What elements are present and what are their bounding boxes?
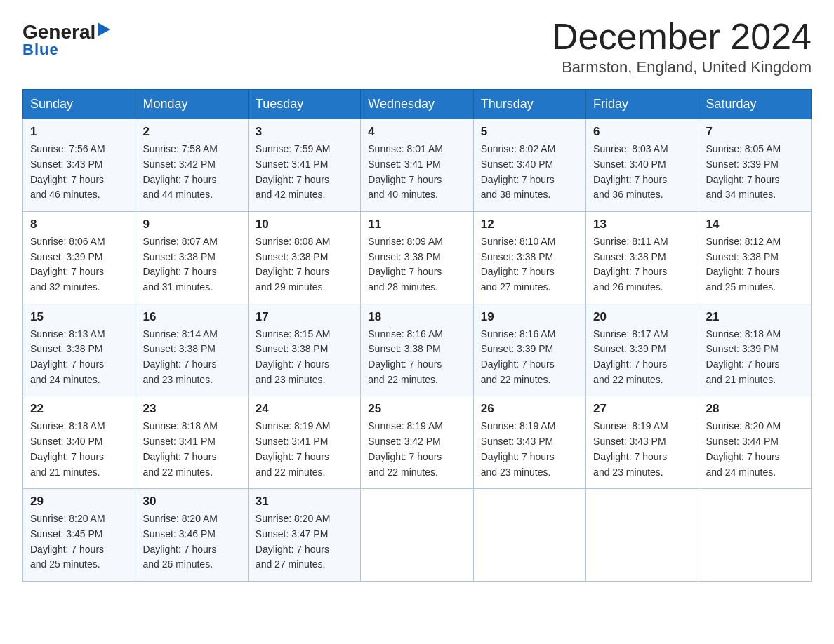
day-number: 12 [481, 217, 578, 232]
day-number: 28 [706, 402, 804, 416]
week-row-4: 22Sunrise: 8:18 AMSunset: 3:40 PMDayligh… [23, 396, 812, 489]
day-info: Sunrise: 8:10 AMSunset: 3:38 PMDaylight:… [481, 234, 578, 295]
calendar-cell: 15Sunrise: 8:13 AMSunset: 3:38 PMDayligh… [23, 304, 135, 396]
month-title: December 2024 [552, 17, 812, 57]
calendar-cell: 17Sunrise: 8:15 AMSunset: 3:38 PMDayligh… [248, 304, 360, 396]
day-info: Sunrise: 8:09 AMSunset: 3:38 PMDaylight:… [368, 234, 465, 295]
week-row-2: 8Sunrise: 8:06 AMSunset: 3:39 PMDaylight… [23, 211, 812, 304]
calendar-cell: 23Sunrise: 8:18 AMSunset: 3:41 PMDayligh… [135, 396, 248, 489]
day-number: 4 [368, 125, 465, 139]
calendar-cell: 2Sunrise: 7:58 AMSunset: 3:42 PMDaylight… [135, 119, 248, 212]
page: General Blue December 2024 Barmston, Eng… [0, 0, 834, 604]
day-number: 1 [30, 125, 128, 139]
day-info: Sunrise: 8:01 AMSunset: 3:41 PMDaylight:… [368, 142, 465, 203]
logo: General Blue [22, 22, 110, 59]
header: General Blue December 2024 Barmston, Eng… [22, 17, 812, 76]
day-info: Sunrise: 7:58 AMSunset: 3:42 PMDaylight:… [143, 142, 240, 203]
day-info: Sunrise: 8:08 AMSunset: 3:38 PMDaylight:… [256, 234, 353, 295]
logo-triangle-icon [98, 22, 110, 36]
logo-general: General [22, 22, 95, 42]
day-info: Sunrise: 8:16 AMSunset: 3:38 PMDaylight:… [368, 327, 465, 388]
weekday-header-wednesday: Wednesday [361, 90, 473, 119]
calendar-cell: 31Sunrise: 8:20 AMSunset: 3:47 PMDayligh… [248, 489, 360, 582]
weekday-header-thursday: Thursday [473, 90, 585, 119]
day-number: 30 [143, 495, 240, 509]
calendar-cell: 22Sunrise: 8:18 AMSunset: 3:40 PMDayligh… [23, 396, 135, 489]
week-row-1: 1Sunrise: 7:56 AMSunset: 3:43 PMDaylight… [23, 119, 812, 212]
day-info: Sunrise: 8:16 AMSunset: 3:39 PMDaylight:… [481, 327, 578, 388]
day-number: 14 [706, 217, 804, 232]
calendar-cell: 4Sunrise: 8:01 AMSunset: 3:41 PMDaylight… [361, 119, 473, 212]
day-info: Sunrise: 8:20 AMSunset: 3:47 PMDaylight:… [256, 511, 353, 572]
day-number: 2 [143, 125, 240, 139]
weekday-header-tuesday: Tuesday [248, 90, 360, 119]
calendar-cell: 8Sunrise: 8:06 AMSunset: 3:39 PMDaylight… [23, 211, 135, 304]
day-number: 15 [30, 310, 128, 324]
calendar-cell [699, 489, 811, 582]
calendar-cell: 19Sunrise: 8:16 AMSunset: 3:39 PMDayligh… [473, 304, 585, 396]
day-number: 22 [30, 402, 128, 416]
calendar-cell: 27Sunrise: 8:19 AMSunset: 3:43 PMDayligh… [586, 396, 699, 489]
calendar-cell: 18Sunrise: 8:16 AMSunset: 3:38 PMDayligh… [361, 304, 473, 396]
day-info: Sunrise: 8:20 AMSunset: 3:44 PMDaylight:… [706, 419, 804, 480]
calendar-cell [473, 489, 585, 582]
day-info: Sunrise: 8:19 AMSunset: 3:43 PMDaylight:… [593, 419, 691, 480]
day-number: 9 [143, 217, 240, 232]
day-info: Sunrise: 8:19 AMSunset: 3:42 PMDaylight:… [368, 419, 465, 480]
day-info: Sunrise: 8:18 AMSunset: 3:39 PMDaylight:… [706, 327, 804, 388]
day-number: 16 [143, 310, 240, 324]
day-info: Sunrise: 8:14 AMSunset: 3:38 PMDaylight:… [143, 327, 240, 388]
day-info: Sunrise: 8:20 AMSunset: 3:46 PMDaylight:… [143, 511, 240, 572]
title-block: December 2024 Barmston, England, United … [552, 17, 812, 76]
weekday-header-saturday: Saturday [699, 90, 811, 119]
day-number: 20 [593, 310, 691, 324]
calendar-cell: 14Sunrise: 8:12 AMSunset: 3:38 PMDayligh… [699, 211, 811, 304]
day-info: Sunrise: 8:07 AMSunset: 3:38 PMDaylight:… [143, 234, 240, 295]
calendar-cell: 7Sunrise: 8:05 AMSunset: 3:39 PMDaylight… [699, 119, 811, 212]
calendar-cell: 21Sunrise: 8:18 AMSunset: 3:39 PMDayligh… [699, 304, 811, 396]
day-number: 5 [481, 125, 578, 139]
week-row-3: 15Sunrise: 8:13 AMSunset: 3:38 PMDayligh… [23, 304, 812, 396]
day-info: Sunrise: 8:17 AMSunset: 3:39 PMDaylight:… [593, 327, 691, 388]
week-row-5: 29Sunrise: 8:20 AMSunset: 3:45 PMDayligh… [23, 489, 812, 582]
day-info: Sunrise: 8:06 AMSunset: 3:39 PMDaylight:… [30, 234, 128, 295]
calendar-cell: 13Sunrise: 8:11 AMSunset: 3:38 PMDayligh… [586, 211, 699, 304]
day-number: 25 [368, 402, 465, 416]
day-number: 23 [143, 402, 240, 416]
day-info: Sunrise: 8:18 AMSunset: 3:41 PMDaylight:… [143, 419, 240, 480]
calendar-cell: 24Sunrise: 8:19 AMSunset: 3:41 PMDayligh… [248, 396, 360, 489]
calendar-cell [361, 489, 473, 582]
day-number: 19 [481, 310, 578, 324]
day-number: 11 [368, 217, 465, 232]
day-info: Sunrise: 8:03 AMSunset: 3:40 PMDaylight:… [593, 142, 691, 203]
weekday-header-monday: Monday [135, 90, 248, 119]
day-number: 13 [593, 217, 691, 232]
day-info: Sunrise: 8:20 AMSunset: 3:45 PMDaylight:… [30, 511, 128, 572]
calendar-cell: 30Sunrise: 8:20 AMSunset: 3:46 PMDayligh… [135, 489, 248, 582]
calendar-cell: 12Sunrise: 8:10 AMSunset: 3:38 PMDayligh… [473, 211, 585, 304]
calendar-cell: 26Sunrise: 8:19 AMSunset: 3:43 PMDayligh… [473, 396, 585, 489]
calendar-cell: 28Sunrise: 8:20 AMSunset: 3:44 PMDayligh… [699, 396, 811, 489]
day-number: 26 [481, 402, 578, 416]
calendar-cell: 11Sunrise: 8:09 AMSunset: 3:38 PMDayligh… [361, 211, 473, 304]
day-number: 3 [256, 125, 353, 139]
calendar-cell: 9Sunrise: 8:07 AMSunset: 3:38 PMDaylight… [135, 211, 248, 304]
calendar-cell: 1Sunrise: 7:56 AMSunset: 3:43 PMDaylight… [23, 119, 135, 212]
weekday-header-row: SundayMondayTuesdayWednesdayThursdayFrid… [23, 90, 812, 119]
day-info: Sunrise: 8:05 AMSunset: 3:39 PMDaylight:… [706, 142, 804, 203]
day-number: 7 [706, 125, 804, 139]
svg-marker-0 [98, 22, 110, 36]
calendar-cell: 16Sunrise: 8:14 AMSunset: 3:38 PMDayligh… [135, 304, 248, 396]
day-number: 24 [256, 402, 353, 416]
day-info: Sunrise: 8:18 AMSunset: 3:40 PMDaylight:… [30, 419, 128, 480]
weekday-header-sunday: Sunday [23, 90, 135, 119]
day-number: 10 [256, 217, 353, 232]
calendar-cell: 6Sunrise: 8:03 AMSunset: 3:40 PMDaylight… [586, 119, 699, 212]
day-number: 18 [368, 310, 465, 324]
day-number: 6 [593, 125, 691, 139]
day-info: Sunrise: 8:19 AMSunset: 3:41 PMDaylight:… [256, 419, 353, 480]
day-info: Sunrise: 8:15 AMSunset: 3:38 PMDaylight:… [256, 327, 353, 388]
calendar-cell: 25Sunrise: 8:19 AMSunset: 3:42 PMDayligh… [361, 396, 473, 489]
calendar-cell: 20Sunrise: 8:17 AMSunset: 3:39 PMDayligh… [586, 304, 699, 396]
weekday-header-friday: Friday [586, 90, 699, 119]
